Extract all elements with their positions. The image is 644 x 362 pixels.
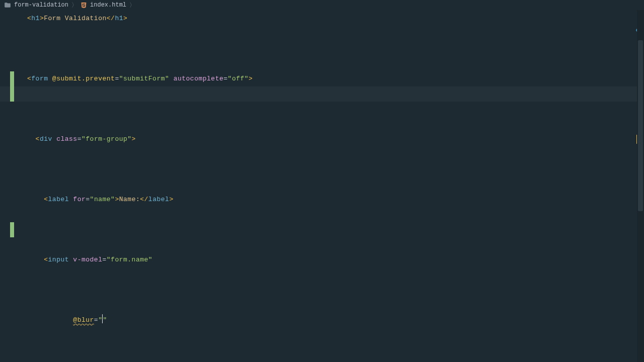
breadcrumb-file[interactable]: index.html (90, 2, 126, 9)
breadcrumb-folder[interactable]: form-validation (14, 2, 68, 9)
chevron-right-icon: 〉 (71, 1, 77, 10)
scrollbar-thumb[interactable] (638, 40, 643, 211)
code-editor[interactable]: <h1>Form Validation</h1> <form @submit.p… (0, 10, 644, 362)
code-content[interactable]: <h1>Form Validation</h1> <form @submit.p… (0, 10, 553, 362)
breadcrumb[interactable]: form-validation 〉 index.html 〉 (0, 0, 644, 10)
folder-icon (4, 2, 11, 9)
scrollbar[interactable] (637, 10, 644, 362)
html-file-icon (80, 2, 87, 9)
text-cursor (102, 314, 103, 323)
chevron-right-icon: 〉 (129, 1, 135, 10)
